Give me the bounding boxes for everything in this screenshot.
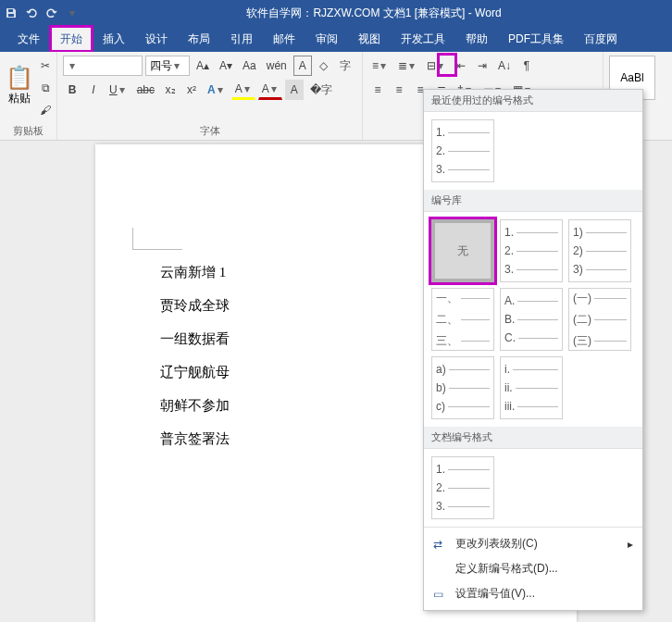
- indent-dec-icon: ⇤: [456, 59, 466, 72]
- increase-indent-button[interactable]: ⇥: [473, 56, 492, 76]
- shrink-font-button[interactable]: A▾: [216, 56, 236, 76]
- list-ul-icon: ≡: [372, 59, 379, 72]
- tab-baidu[interactable]: 百度网: [574, 26, 628, 52]
- sort-icon: A↓: [498, 59, 511, 72]
- scissors-icon: ✂: [41, 59, 50, 72]
- redo-icon[interactable]: [44, 6, 59, 20]
- num-format-cnparen[interactable]: (一) (二) (三): [568, 288, 631, 351]
- align-left-icon: ≡: [374, 83, 380, 96]
- bullets-button[interactable]: ≡▾: [368, 56, 392, 76]
- text-effects-button[interactable]: A▾: [204, 80, 229, 100]
- save-icon[interactable]: [4, 6, 19, 20]
- highlight-button[interactable]: A▾: [231, 80, 255, 100]
- pilcrow-icon: ¶: [524, 59, 529, 72]
- section-doc-title: 文档编号格式: [424, 427, 642, 449]
- change-case-button[interactable]: Aa: [239, 56, 260, 76]
- chevron-right-icon: ▸: [628, 538, 633, 551]
- tab-insert[interactable]: 插入: [93, 26, 135, 52]
- svg-rect-0: [8, 9, 13, 12]
- num-format-doc[interactable]: 1. 2. 3.: [431, 456, 494, 519]
- tab-review[interactable]: 审阅: [305, 26, 348, 52]
- tab-layout[interactable]: 布局: [178, 26, 220, 52]
- chevron-down-icon: ▾: [172, 59, 181, 72]
- num-format-none[interactable]: 无: [431, 219, 494, 282]
- sort-button[interactable]: A↓: [494, 56, 515, 76]
- format-painter-button[interactable]: 🖌: [36, 100, 55, 120]
- clear-format-button[interactable]: ◇: [315, 56, 333, 76]
- eraser-icon: ◇: [319, 59, 328, 72]
- bold-button[interactable]: B: [63, 80, 81, 100]
- tab-help[interactable]: 帮助: [455, 26, 498, 52]
- section-recent-title: 最近使用过的编号格式: [424, 90, 642, 112]
- underline-button[interactable]: U▾: [106, 80, 131, 100]
- num-format-abc[interactable]: A. B. C.: [500, 288, 563, 351]
- show-marks-button[interactable]: ¶: [517, 56, 536, 76]
- tab-file[interactable]: 文件: [7, 26, 50, 52]
- brush-icon: 🖌: [40, 104, 51, 117]
- panel-footer: ⇄更改列表级别(C)▸ 定义新编号格式(D)... ▭设置编号值(V)...: [424, 527, 642, 610]
- group-font: ▾ 四号▾ A▴ A▾ Aa wén A ◇ 字 B I U▾ abc x₂ x…: [57, 52, 363, 140]
- list-multi-icon: ⊟: [427, 59, 436, 72]
- char-shading-button[interactable]: A: [285, 80, 304, 100]
- quick-access-toolbar: ▾: [4, 6, 80, 20]
- level-icon: ⇄: [433, 538, 448, 551]
- decrease-indent-button[interactable]: ⇤: [452, 56, 470, 76]
- phonetic-guide-button[interactable]: wén: [263, 56, 291, 76]
- copy-button[interactable]: ⧉: [36, 78, 55, 98]
- strike-button[interactable]: abc: [133, 80, 158, 100]
- paste-button[interactable]: 📋 粘贴: [6, 63, 33, 114]
- clipboard-icon: 📋: [6, 65, 33, 91]
- tab-mailings[interactable]: 邮件: [263, 26, 305, 52]
- define-new-format[interactable]: 定义新编号格式(D)...: [424, 556, 642, 581]
- list-ol-icon: ≣: [398, 59, 407, 72]
- num-format-lowparen[interactable]: a) b) c): [431, 356, 494, 419]
- char-border-button[interactable]: A: [293, 56, 312, 76]
- font-size-select[interactable]: 四号▾: [145, 56, 190, 76]
- num-format-roman[interactable]: i. ii. iii.: [500, 356, 563, 419]
- tab-home[interactable]: 开始: [50, 26, 93, 52]
- num-format-numparen[interactable]: 1) 2) 3): [568, 219, 631, 282]
- set-number-value[interactable]: ▭设置编号值(V)...: [424, 581, 642, 606]
- numbering-panel: 最近使用过的编号格式 1. 2. 3. 编号库 无 1. 2. 3. 1) 2)…: [423, 89, 643, 611]
- menu-bar: 文件 开始 插入 设计 布局 引用 邮件 审阅 视图 开发工具 帮助 PDF工具…: [0, 26, 672, 52]
- subscript-button[interactable]: x₂: [161, 80, 180, 100]
- num-format-cnpause[interactable]: 一、 二、 三、: [431, 288, 494, 351]
- undo-icon[interactable]: [24, 6, 39, 20]
- title-bar: ▾ 软件自学网：RJZXW.COM 文档1 [兼容模式] - Word: [0, 0, 672, 26]
- group-label: 剪贴板: [6, 122, 51, 138]
- section-lib-title: 编号库: [424, 190, 642, 212]
- tab-developer[interactable]: 开发工具: [391, 26, 455, 52]
- change-list-level[interactable]: ⇄更改列表级别(C)▸: [424, 531, 642, 556]
- num-format-recent[interactable]: 1. 2. 3.: [431, 119, 494, 182]
- cut-button[interactable]: ✂: [36, 56, 55, 76]
- align-center-button[interactable]: ≡: [390, 80, 408, 100]
- indent-inc-icon: ⇥: [478, 59, 487, 72]
- chevron-down-icon: ▾: [68, 59, 77, 72]
- qat-more-icon[interactable]: ▾: [65, 6, 80, 20]
- window-title: 软件自学网：RJZXW.COM 文档1 [兼容模式] - Word: [80, 6, 668, 21]
- align-left-button[interactable]: ≡: [368, 80, 387, 100]
- number-icon: ▭: [433, 588, 448, 601]
- superscript-button[interactable]: x²: [182, 80, 201, 100]
- paste-label: 粘贴: [8, 91, 31, 106]
- numbering-button[interactable]: ≣▾: [394, 56, 420, 76]
- multilevel-button[interactable]: ⊟▾: [423, 56, 449, 76]
- tab-design[interactable]: 设计: [135, 26, 178, 52]
- font-name-select[interactable]: ▾: [63, 56, 143, 76]
- font-color-button[interactable]: A▾: [258, 80, 282, 100]
- enclose-char-button[interactable]: 字: [336, 56, 355, 76]
- enclosed-char-button[interactable]: �字: [306, 80, 336, 100]
- svg-rect-1: [8, 14, 14, 17]
- num-format-numdot[interactable]: 1. 2. 3.: [500, 219, 563, 282]
- italic-button[interactable]: I: [84, 80, 103, 100]
- tab-pdf[interactable]: PDF工具集: [498, 26, 574, 52]
- grow-font-button[interactable]: A▴: [193, 56, 213, 76]
- copy-icon: ⧉: [42, 81, 50, 94]
- group-clipboard: 📋 粘贴 ✂ ⧉ 🖌 剪贴板: [0, 52, 57, 140]
- align-center-icon: ≡: [395, 83, 402, 96]
- tab-references[interactable]: 引用: [220, 26, 263, 52]
- group-label: 字体: [63, 122, 356, 138]
- text-cursor-indicator: [132, 228, 182, 250]
- tab-view[interactable]: 视图: [348, 26, 391, 52]
